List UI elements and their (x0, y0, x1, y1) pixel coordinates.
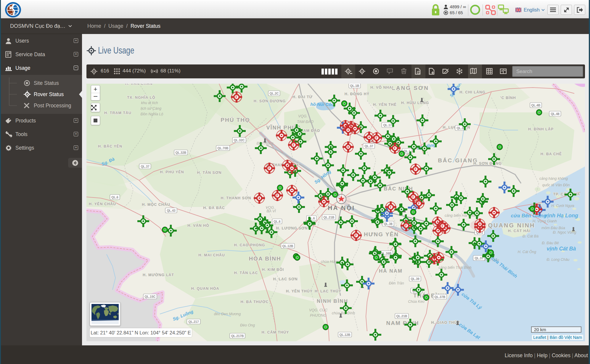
svg-text:Đ. Long Châu: Đ. Long Châu (546, 258, 569, 262)
svg-text:quốc tế Vân Đồn: quốc tế Vân Đồn (542, 183, 570, 187)
svg-text:H. CÁT HẢI: H. CÁT HẢI (508, 229, 531, 233)
svg-text:H. MƯỜNG LÁT: H. MƯỜNG LÁT (143, 273, 174, 277)
svg-text:cảng hàng không: cảng hàng không (539, 177, 568, 181)
svg-text:BẮC GIANG: BẮC GIANG (438, 157, 478, 164)
svg-text:QL.37B: QL.37B (435, 295, 446, 299)
svg-text:đèo Đen Mương: đèo Đen Mương (214, 312, 241, 316)
svg-text:QL.217: QL.217 (188, 320, 199, 323)
svg-text:H. SƠN ĐỘNG: H. SƠN ĐỘNG (473, 161, 502, 166)
svg-text:H. KIM BÔI: H. KIM BÔI (262, 267, 284, 272)
svg-text:PHƯƠNG: PHƯƠNG (310, 313, 327, 318)
svg-text:H. Vụng Gianh: H. Vụng Gianh (533, 219, 557, 223)
svg-text:H. ĐẠI TỪ: H. ĐẠI TỪ (292, 95, 313, 99)
svg-text:HƯNG YÊN: HƯNG YÊN (364, 231, 399, 237)
svg-text:HÀ NỘI: HÀ NỘI (328, 204, 355, 211)
svg-text:vịnh Cát Bà: vịnh Cát Bà (546, 246, 576, 252)
svg-text:H. BA CHẼ: H. BA CHẼ (541, 152, 562, 156)
svg-text:QL.12B: QL.12B (340, 333, 351, 337)
svg-text:ʼC BÌNH: ʼC BÌNH (500, 96, 516, 100)
svg-text:QL.38: QL.38 (384, 222, 392, 226)
svg-text:QL.43: QL.43 (167, 209, 175, 212)
svg-text:H. CHI LĂNG: H. CHI LĂNG (459, 90, 485, 94)
svg-text:QL.32B: QL.32B (176, 151, 187, 154)
svg-text:TAM ĐẢO: TAM ĐẢO (301, 128, 320, 133)
svg-text:QL.12B: QL.12B (282, 244, 293, 248)
svg-text:H. BẮC YÊN: H. BẮC YÊN (98, 144, 122, 148)
svg-text:khu di tích: khu di tích (141, 101, 158, 105)
svg-text:PHÚ THỌ: PHÚ THỌ (221, 117, 250, 123)
svg-text:H. PHÙ YÊN: H. PHÙ YÊN (160, 170, 184, 174)
svg-text:QL.70B: QL.70B (218, 146, 229, 150)
svg-text:H. ĐỒNG HỶ: H. ĐỒNG HỶ (345, 92, 369, 96)
svg-text:chùa Bái Đính: chùa Bái Đính (332, 311, 355, 315)
svg-text:H. QUAN HÓA: H. QUAN HÓA (191, 286, 219, 291)
svg-text:QL.217B: QL.217B (231, 334, 244, 338)
svg-text:H. HỮU LŨNG: H. HỮU LŨNG (401, 101, 429, 105)
svg-text:TX. NGHĨA LỘ: TX. NGHĨA LỘ (127, 95, 155, 100)
svg-text:H. TÂN SƠN: H. TÂN SƠN (197, 170, 221, 175)
svg-text:H. THANH SƠN: H. THANH SƠN (221, 196, 251, 200)
svg-text:QL.48: QL.48 (551, 112, 559, 116)
svg-text:H. TRẠM TẤU: H. TRẠM TẤU (104, 111, 131, 115)
svg-text:H. VĂN HỒ: H. VĂN HỒ (187, 223, 209, 228)
svg-text:hồ Núi Cốc: hồ Núi Cốc (310, 102, 334, 107)
svg-text:BA VÌ: BA VÌ (266, 209, 276, 213)
svg-text:LẠNG SƠN: LẠNG SƠN (392, 85, 429, 91)
svg-text:H. VĂN CHẤN: H. VĂN CHẤN (125, 84, 153, 86)
svg-text:Đồn Nghĩa Lộ: Đồn Nghĩa Lộ (141, 112, 163, 116)
svg-text:H. Cát Ông: H. Cát Ông (518, 250, 536, 254)
svg-text:H. VÕ NHAI: H. VÕ NHAI (370, 85, 393, 90)
svg-text:HÒA BÌNH: HÒA BÌNH (249, 255, 281, 262)
svg-text:VQG.: VQG. (298, 114, 307, 118)
svg-text:H. Cưới Ngựa: H. Cưới Ngựa (551, 204, 574, 208)
svg-text:H. GIAO THỦY: H. GIAO THỦY (431, 320, 460, 325)
svg-text:vịnh Hạ Long: vịnh Hạ Long (544, 213, 578, 219)
svg-text:QL.17: QL.17 (383, 123, 392, 127)
svg-text:lịch sử Càng: lịch sử Càng (141, 106, 161, 111)
svg-text:H. ĐÌNH LẬP: H. ĐÌNH LẬP (528, 127, 554, 131)
svg-text:H. BÁ THƯỚC: H. BÁ THƯỚC (240, 300, 269, 304)
svg-text:H. CẨM THỦY: H. CẨM THỦY (262, 330, 289, 334)
svg-text:H. ĐÀ BẮC: H. ĐÀ BẮC (203, 206, 225, 210)
svg-text:QUANG NINH: QUANG NINH (488, 222, 535, 229)
svg-text:H. YÊN THẾ: H. YÊN THẾ (373, 102, 397, 107)
svg-text:QL.6: QL.6 (111, 195, 118, 199)
svg-text:H. MỘC CHÂU: H. MỘC CHÂU (142, 202, 170, 207)
svg-text:QL.4B: QL.4B (531, 103, 541, 107)
svg-text:H. LƯƠNG SƠN: H. LƯƠNG SƠN (276, 226, 308, 230)
svg-text:QL.37: QL.37 (475, 256, 483, 260)
svg-text:HÀ NAM: HÀ NAM (379, 268, 403, 274)
svg-text:Đền Trần: Đền Trần (389, 281, 404, 285)
svg-text:H. MAI CHÂU: H. MAI CHÂU (198, 253, 225, 257)
svg-text:QL.2C: QL.2C (270, 92, 279, 95)
svg-text:TAM ĐẢO: TAM ĐẢO (297, 119, 314, 124)
svg-text:H. TÂN LẠC: H. TÂN LẠC (234, 271, 258, 275)
svg-text:NINH BÌNH: NINH BÌNH (317, 298, 348, 304)
svg-text:H. YÊN CHÂU: H. YÊN CHÂU (89, 202, 116, 206)
svg-text:H. LẠC THỦY: H. LẠC THỦY (315, 289, 341, 293)
svg-text:QL.1B: QL.1B (350, 84, 359, 88)
svg-text:cửa Bến Giang: cửa Bến Giang (511, 213, 547, 219)
svg-text:H. YÊN THỦY: H. YÊN THỦY (286, 289, 313, 293)
svg-text:QL.37: QL.37 (141, 165, 149, 168)
svg-text:H. CAO PHONG: H. CAO PHONG (234, 243, 265, 247)
svg-text:Đ. Cát Bà: Đ. Cát Bà (523, 234, 538, 238)
svg-text:cảng biển Thái Bình: cảng biển Thái Bình (438, 266, 471, 270)
svg-text:Đ. Đàu Bê: Đ. Đàu Bê (542, 241, 559, 245)
svg-text:H. SƠN DƯƠNG: H. SƠN DƯƠNG (254, 99, 286, 103)
svg-text:Đèo Ong: Đèo Ong (240, 323, 255, 327)
svg-text:QL.32C: QL.32C (234, 138, 245, 142)
svg-text:Chùa Keo: Chùa Keo (408, 300, 425, 304)
svg-text:QL.21B: QL.21B (396, 314, 407, 318)
svg-text:QL.15C: QL.15C (145, 295, 156, 298)
svg-text:QL.6: QL.6 (274, 220, 280, 223)
svg-text:mỏm Đàu Búa: mỏm Đàu Búa (541, 226, 565, 230)
svg-text:H. LẠC SƠN: H. LẠC SƠN (273, 277, 298, 281)
svg-text:VQG. CÚC: VQG. CÚC (309, 308, 328, 312)
svg-text:QL.21B: QL.21B (324, 216, 335, 219)
svg-text:QL.37: QL.37 (364, 144, 373, 148)
svg-text:QL.39: QL.39 (411, 277, 419, 281)
